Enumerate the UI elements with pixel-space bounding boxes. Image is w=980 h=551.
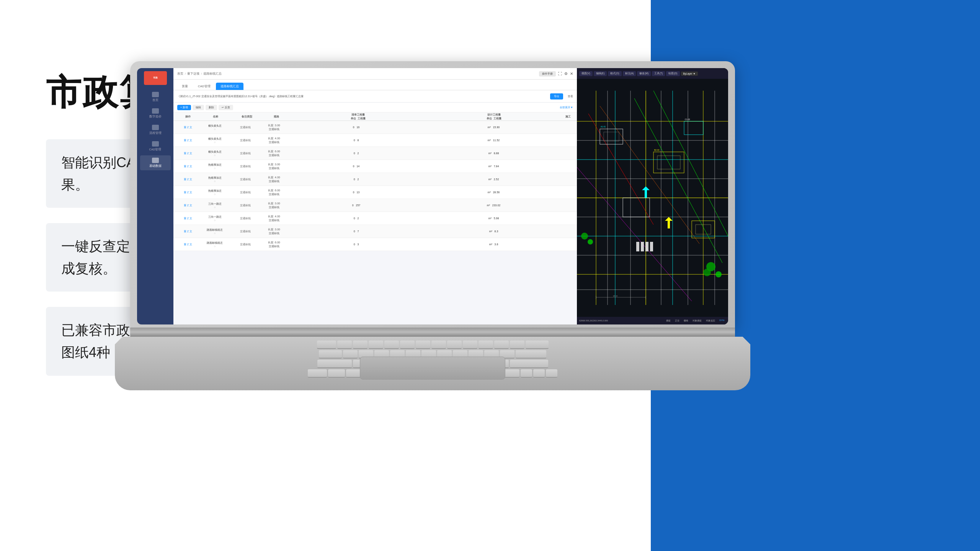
row-name-4: 热熔厚涂左○ [199,163,230,170]
key-bracket2 [510,341,524,349]
expand-all-btn[interactable]: 全部展开▼ [560,106,573,109]
cad-otrack-btn[interactable]: 对象追踪 [704,319,717,323]
toolbar-delete-btn[interactable]: 删除 [206,105,217,110]
row-spec-9: 长度: 3.00交通标线 [261,228,287,235]
content-tabs: 算量 CAD管理 道路标线汇总 [173,80,577,90]
file-title-bar: 《测试V1.1_JT-002 交通安全及管理设施平面布置图桩距12.31+坡号（… [173,90,577,103]
row-actions-6[interactable]: 量 Z 文 [176,191,199,194]
col-design-qty-group: 设计工程量 单位工程量 [426,113,562,121]
cad-canvas: A1-01 B2-03 C1-02 [577,79,728,317]
cad-ortho-btn[interactable]: 正交 [673,319,681,323]
sidebar-item-basic[interactable]: 基础数据 [140,155,171,170]
row-design-10: m² 3.6 [425,243,562,246]
key-u [431,341,446,349]
key-e [369,341,383,349]
row-actions-2[interactable]: 量 Z 文 [176,139,199,142]
row-design-6: m² 28.56 [425,191,562,194]
row-design-3: m² 8.88 [425,152,562,155]
topbar-actions: 操作手册 ⛶ ⚙ ✕ [539,71,573,77]
manual-button[interactable]: 操作手册 [539,71,556,77]
sidebar-item-process[interactable]: 流程管理 [140,122,171,137]
row-clear-6: 0 13 [287,191,425,194]
cad-btn-format[interactable]: 格式(O) [608,71,621,76]
cad-btn-dim[interactable]: 标注(A) [623,71,636,76]
breadcrumb-home[interactable]: 首页 [177,72,183,76]
laptop-screen: 市政 首页 数字造价 [137,68,728,324]
export-button[interactable]: 导出 [550,93,563,99]
cad-grid-btn[interactable]: 栅格 [682,319,690,323]
cad-btn-edit[interactable]: 编辑(E) [594,71,607,76]
cad-btn-modify[interactable]: 修改(M) [637,71,651,76]
cad-statusbar: 62868.555,262263.3445,0.000 捕捉 正交 栅格 对象捕… [577,317,728,324]
row-actions-10[interactable]: 量 Z 文 [176,243,199,246]
row-actions-8[interactable]: 量 Z 文 [176,217,199,220]
tab-cad[interactable]: CAD管理 [193,83,215,90]
svg-point-42 [581,233,588,240]
row-spec-4: 长度: 3.00交通标线 [261,163,287,170]
breadcrumb-quantity[interactable]: 量下达项 [187,72,199,76]
sidebar-item-home[interactable]: 首页 [140,90,171,104]
row-actions-9[interactable]: 量 Z 文 [176,230,199,233]
key-shift [317,360,352,368]
row-actions-3[interactable]: 量 Z 文 [176,152,199,155]
toolbar-add-btn[interactable]: + 新增 [177,105,191,110]
cad-osnap-btn[interactable]: 对象捕捉 [691,319,703,323]
row-name-8: 三向一路左○ [199,215,230,222]
cad-btn-draw[interactable]: 绘图(D) [666,71,679,76]
row-actions-5[interactable]: 量 Z 文 [176,178,199,181]
table-body: 量 Z 文 横头箭头左○ 交通标线 长度: 3.00交通标线 0 16 m² 1… [173,121,577,324]
process-icon [152,125,159,130]
tab-quantity[interactable]: 算量 [177,83,193,90]
row-name-3: 横头箭头左○ [199,150,230,156]
sidebar-label-basic: 基础数据 [149,164,162,168]
cad-btn-tools[interactable]: 工具(T) [652,71,665,76]
file-title: 《测试V1.1_JT-002 交通安全及管理设施平面布置图桩距12.31+坡号（… [177,95,548,98]
row-clear-4: 0 14 [287,165,425,168]
sidebar-item-cad[interactable]: CAD管理 [140,139,171,154]
key-updown [533,369,545,378]
settings-icon[interactable]: ⚙ [564,72,568,76]
home-icon [152,92,159,97]
row-actions-7[interactable]: 量 Z 文 [176,204,199,207]
svg-text:B2-03: B2-03 [654,149,660,151]
row-actions-4[interactable]: 量 Z 文 [176,165,199,168]
cad-dyn-btn[interactable]: DYN [718,319,726,323]
page-nav[interactable]: 查看 [568,95,573,98]
key-enter [526,341,549,349]
row-clear-7: 0 257 [287,204,425,207]
row-spec: 长度: 3.00交通标线 [261,124,287,131]
row-design-4: m² 7.84 [425,165,562,168]
table-row: 量 Z 文 三向一路左○ 交通标线 长度: 4.00交通标线 0 2 m² 5.… [173,212,577,225]
svg-point-41 [703,269,711,276]
row-design-9: m² 8.3 [425,230,562,233]
sidebar-logo-text: 市政 [153,77,158,79]
laptop-base [115,337,750,390]
row-name-7: 三向一路左○ [199,202,230,209]
key-i [447,341,462,349]
expand-icon[interactable]: ⛶ [558,72,562,76]
cad-btn-view[interactable]: 视图(V) [579,71,593,76]
tab-roadline[interactable]: 道路标线汇总 [216,83,243,90]
breadcrumb-current[interactable]: 道路标线汇总 [203,72,222,76]
row-spec-5: 长度: 4.00交通标线 [261,176,287,183]
table-row: 量 Z 文 热熔厚涂左○ 交通标线 长度: 4.00交通标线 0 2 m² 2.… [173,173,577,186]
row-name-5: 热熔厚涂左○ [199,176,230,183]
row-clear-2: 0 8 [287,139,425,142]
sidebar-logo: 市政 [144,71,167,85]
row-spec-7: 长度: 3.00交通标线 [261,202,287,209]
row-actions[interactable]: 量 Z 文 [176,126,199,129]
cad-btn-layer[interactable]: ByLayer ▼ [681,72,698,76]
sidebar-item-cost[interactable]: 数字造价 [140,106,171,121]
cost-icon [152,108,159,114]
toolbar-locate-btn[interactable]: ↩ 反查 [219,105,233,110]
row-spec-8: 长度: 4.00交通标线 [261,215,287,222]
row-spec-3: 长度: 6.00交通标线 [261,150,287,157]
app-topbar: 首页 / 量下达项 / 道路标线汇总 操作手册 ⛶ [173,68,577,80]
table-header: 操作 名称 备注类型 规格 清单工程量 单位工程量 [173,112,577,121]
toolbar-edit-btn[interactable]: 编辑 [193,105,204,110]
key-w [353,341,368,349]
close-icon[interactable]: ✕ [570,72,573,76]
laptop-screen-bezel: 市政 首页 数字造价 [137,68,728,324]
cad-snap-btn[interactable]: 捕捉 [665,319,672,323]
row-category-8: 交通标线 [230,217,261,220]
